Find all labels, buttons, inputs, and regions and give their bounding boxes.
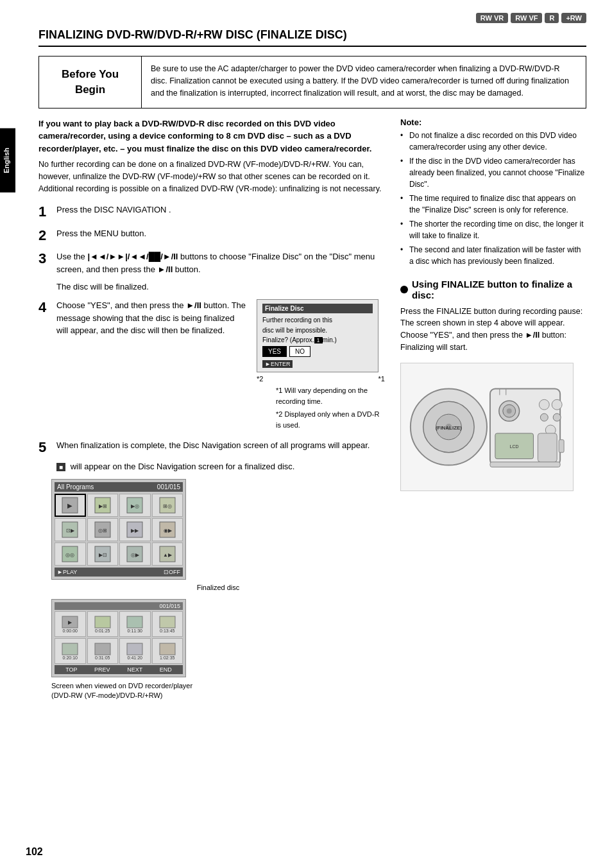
note-title: Note [400, 117, 586, 127]
svg-rect-26 [95, 616, 110, 628]
note-item-2: If the disc in the DVD video camera/reco… [400, 155, 586, 190]
note-item-3: The time required to finalize disc that … [400, 193, 586, 216]
finalize-disc-screen: Finalize Disc Further recording on this … [257, 299, 385, 430]
footnote-2: *2 Displayed only when a DVD-R is used. [276, 409, 385, 430]
before-you-begin-label: Before You Begin [39, 56, 142, 108]
step-5-number: 5 [38, 439, 56, 456]
page-title: FINALIZING DVD-RW/DVD-R/+RW DISC (FINALI… [38, 28, 586, 47]
disc-nav2-header-right: 001/015 [159, 603, 180, 609]
step-1-text: Press the DISC NAVIGATION . [56, 204, 385, 216]
disc-nav2-footer-next: NEXT [127, 666, 142, 673]
disc-nav2-cell: 1:02:35 [152, 638, 183, 664]
step-5-text: When finalization is complete, the Disc … [56, 439, 370, 452]
step-2-number: 2 [38, 227, 56, 244]
disc-nav2-cell: ▶ 0:00:00 [55, 611, 86, 637]
enter-bar: ►ENTER [262, 360, 293, 368]
svg-rect-49 [538, 433, 557, 462]
disc-nav2-label: Screen when viewed on DVD recorder/playe… [51, 681, 385, 701]
step-3: 3 Use the |◄◄/►►|/◄◄/██/►/II buttons to … [38, 250, 385, 275]
finalize-screen-line1: Further recording on this [262, 316, 373, 324]
svg-text:◎⊞: ◎⊞ [98, 528, 107, 534]
svg-text:▶: ▶ [68, 620, 72, 625]
footnote-1: *1 Will vary depending on the recording … [276, 385, 385, 406]
bold-intro-paragraph: If you want to play back a DVD-RW/DVD-R … [38, 117, 385, 155]
badge-r: R [545, 13, 559, 23]
disc-nav-cell: ▲▶ [152, 542, 183, 566]
badge-rw-vr: RW VR [476, 13, 508, 23]
svg-point-45 [553, 413, 561, 421]
svg-text:⊡▶: ⊡▶ [66, 528, 75, 534]
camera-illustration: (FINALIZE) [400, 363, 574, 491]
disc-nav-cell: ▶⊞ [87, 494, 119, 517]
no-button[interactable]: NO [289, 346, 310, 357]
svg-rect-50 [559, 439, 564, 452]
disc-will-be-finalized: The disc will be finalized. [56, 282, 385, 291]
yes-button[interactable]: YES [262, 346, 287, 357]
finalize-button-title-text: Using FINALIZE button to finalize a disc… [412, 279, 586, 300]
svg-text:▶: ▶ [67, 502, 72, 509]
svg-point-43 [552, 399, 562, 410]
sidebar-english-label: English [0, 128, 15, 193]
footnote-marker-2: *2 [257, 375, 263, 383]
svg-point-42 [539, 399, 549, 410]
disc-nav-header-right: 001/015 [157, 483, 180, 490]
disc-nav2-footer-prev: PREV [94, 666, 110, 673]
mode-badges: RW VR RW VF R +RW [38, 13, 586, 23]
disc-nav-label: Finalized disc [51, 584, 385, 591]
disc-nav-header-left: All Programs [57, 483, 94, 490]
svg-text:◎◎: ◎◎ [65, 552, 74, 558]
disc-nav-cell: ▶▶ [119, 518, 151, 541]
svg-text:◎▶: ◎▶ [131, 552, 140, 558]
disc-nav2-footer-end: END [160, 666, 172, 673]
note-section: Note Do not finalize a disc recorded on … [400, 117, 586, 267]
note-item-4: The shorter the recording time on disc, … [400, 218, 586, 241]
badge-plus-rw: +RW [561, 13, 586, 23]
disc-nav-cell: ▶⊡ [87, 542, 119, 566]
step-4-number: 4 [38, 299, 56, 316]
disc-nav2-cell: 0:20:10 [55, 638, 86, 664]
step-3-number: 3 [38, 250, 56, 267]
badge-rw-vf: RW VF [511, 13, 542, 23]
disc-nav2-cell: 0:41:20 [119, 638, 151, 664]
step-5-sub: ■ will appear on the Disc Navigation scr… [56, 460, 385, 473]
before-you-begin-box: Before You Begin Be sure to use the AC a… [38, 56, 586, 108]
normal-paragraph: No further recording can be done on a fi… [38, 159, 385, 195]
disc-nav-cell: ⊞◎ [152, 494, 183, 517]
step-4-text: Choose "YES", and then press the ►/II bu… [56, 299, 246, 337]
finalize-button-text: Press the FINALIZE button during recordi… [400, 306, 586, 354]
svg-rect-32 [160, 643, 175, 655]
svg-rect-29 [62, 643, 78, 655]
step-1-number: 1 [38, 204, 56, 220]
disc-nav-cell: ◉▶ [152, 518, 183, 541]
disc-nav-cell: ▶ [55, 494, 86, 517]
circle-bullet-icon [400, 286, 408, 293]
disc-nav-cell: ⊡▶ [55, 518, 86, 541]
svg-text:▲▶: ▲▶ [163, 552, 173, 558]
disc-nav-cell: ◎▶ [119, 542, 151, 566]
disc-nav2-cell: 0:13:45 [152, 611, 183, 637]
svg-text:LCD: LCD [510, 444, 519, 448]
disc-nav-footer-off: ⊡OFF [164, 569, 180, 575]
svg-text:▶◎: ▶◎ [131, 503, 139, 509]
finalize-button-section: Using FINALIZE button to finalize a disc… [400, 279, 586, 491]
svg-text:(FINALIZE): (FINALIZE) [436, 425, 462, 431]
disc-nav2-cell: 0:31:05 [87, 638, 119, 664]
disc-nav-screen-1: All Programs 001/015 ▶ ▶⊞ [51, 479, 385, 591]
disc-nav-screen-2: 001/015 ▶ 0:00:00 0:01:25 [51, 599, 385, 701]
disc-nav-cell: ◎⊞ [87, 518, 119, 541]
svg-text:▶▶: ▶▶ [131, 528, 139, 534]
step-5: 5 When finalization is complete, the Dis… [38, 439, 385, 701]
svg-rect-51 [490, 462, 560, 467]
page-number: 102 [26, 846, 43, 858]
note-item-1: Do not finalize a disc recorded on this … [400, 130, 586, 153]
disc-nav-footer-play: ►PLAY [57, 569, 77, 575]
finalize-approx-text: Finalize? (Approx.1min.) [262, 336, 373, 343]
svg-rect-27 [127, 616, 142, 628]
note-item-5: The second and later finalization will b… [400, 244, 586, 267]
before-you-begin-content: Be sure to use the AC adapter/charger to… [142, 56, 586, 108]
note-list: Do not finalize a disc recorded on this … [400, 130, 586, 267]
step-2-text: Press the MENU button. [56, 227, 385, 240]
step-4: 4 Choose "YES", and then press the ►/II … [38, 299, 385, 430]
step-2: 2 Press the MENU button. [38, 227, 385, 244]
finalize-screen-title: Finalize Disc [262, 304, 373, 313]
